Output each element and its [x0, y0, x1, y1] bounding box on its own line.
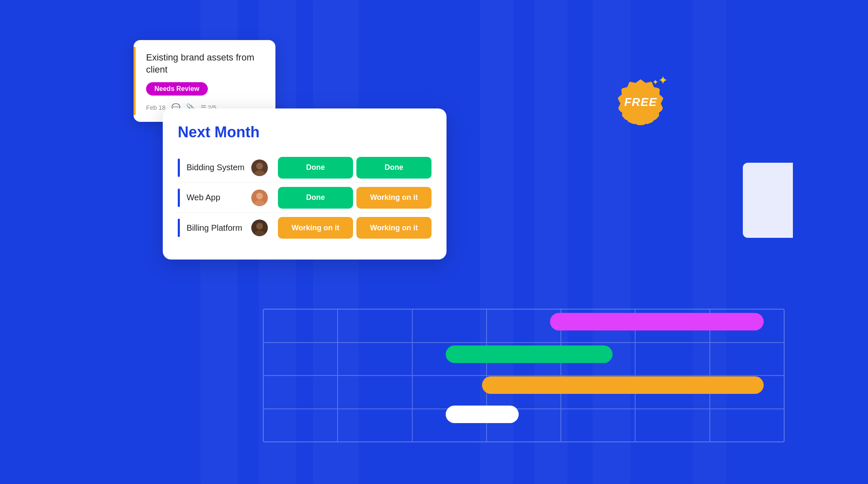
project-name: Web App — [187, 193, 251, 202]
task-date: Feb 18 — [146, 104, 166, 111]
project-name: Billing Platform — [187, 223, 251, 233]
sparkle-icon: ✦ — [658, 73, 668, 87]
table-row: Billing Platform Working on it Working o… — [178, 213, 431, 243]
avatar — [251, 189, 268, 206]
gantt-section — [263, 309, 785, 442]
project-name: Bidding System — [187, 163, 251, 172]
gantt-grid — [263, 309, 785, 442]
status-badge-working: Working on it — [278, 217, 353, 239]
status-badge-done: Done — [278, 157, 353, 179]
row-accent — [178, 159, 180, 177]
avatar — [251, 219, 268, 236]
row-accent — [178, 219, 180, 237]
table-row: Bidding System Done Done — [178, 153, 431, 183]
sparkle-icon-small: ✦ — [652, 78, 659, 87]
table-row: Web App Done Working on it — [178, 183, 431, 213]
status-badge-done: Done — [278, 187, 353, 209]
avatar — [251, 159, 268, 176]
svg-point-4 — [256, 193, 263, 199]
status-badge-working: Working on it — [356, 217, 431, 239]
task-card-title: Existing brand assets from client — [146, 52, 263, 76]
status-badge-done: Done — [356, 157, 431, 179]
free-badge-text: FREE — [624, 96, 657, 109]
svg-point-7 — [256, 223, 263, 229]
status-badge-working: Working on it — [356, 187, 431, 209]
project-card: Next Month Bidding System Done Done Web … — [163, 108, 447, 260]
partial-card — [743, 163, 793, 238]
free-badge: FREE ✦ ✦ — [618, 79, 664, 125]
svg-point-1 — [256, 163, 263, 169]
row-accent — [178, 189, 180, 207]
needs-review-badge: Needs Review — [146, 82, 208, 96]
free-badge-container: FREE ✦ ✦ — [618, 79, 664, 125]
project-card-title: Next Month — [178, 124, 431, 141]
